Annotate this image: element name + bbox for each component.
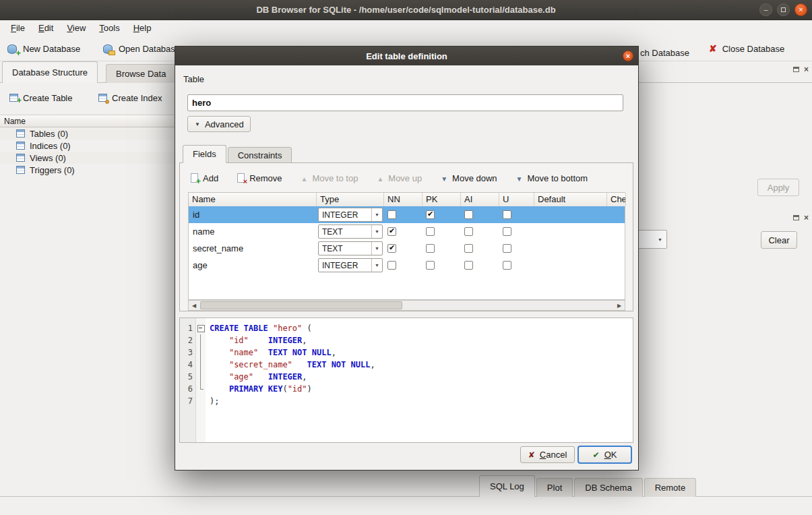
dock-close-icon[interactable]: × — [804, 65, 809, 73]
check-cell[interactable] — [607, 240, 626, 257]
u-checkbox[interactable] — [503, 261, 511, 270]
menu-edit[interactable]: Edit — [32, 21, 60, 35]
sql-line: "age" INTEGER, — [210, 371, 633, 383]
ai-checkbox[interactable] — [464, 227, 473, 236]
menu-view[interactable]: View — [60, 21, 92, 35]
menu-file[interactable]: File — [4, 21, 32, 35]
tree-item-label: Indices (0) — [30, 141, 71, 151]
apply-button[interactable]: Apply — [757, 179, 799, 196]
column-header-name[interactable]: Name — [189, 193, 317, 206]
ai-checkbox[interactable] — [464, 244, 473, 253]
pk-checkbox[interactable] — [426, 244, 435, 253]
u-checkbox[interactable] — [503, 227, 511, 236]
tab-db-schema[interactable]: DB Schema — [574, 478, 642, 497]
dialog-close-button[interactable]: × — [623, 51, 633, 61]
tab-plot[interactable]: Plot — [536, 478, 573, 497]
cancel-label: Cancel — [540, 450, 567, 460]
pk-checkbox[interactable] — [426, 227, 435, 236]
move-down-button[interactable]: Move down — [441, 173, 497, 183]
column-header-default[interactable]: Default — [534, 193, 607, 206]
nn-checkbox[interactable] — [387, 227, 396, 236]
cancel-button[interactable]: ✘ Cancel — [520, 446, 575, 463]
type-combo[interactable]: INTEGER▼ — [318, 258, 383, 272]
type-combo[interactable]: TEXT▼ — [318, 241, 383, 255]
column-header-nn[interactable]: NN — [384, 193, 423, 206]
ai-checkbox[interactable] — [464, 210, 473, 219]
field-name-cell[interactable]: secret_name — [189, 240, 317, 257]
sql-token: TEXT NOT NULL — [307, 360, 371, 369]
pk-checkbox[interactable] — [426, 261, 435, 270]
check-cell[interactable] — [607, 206, 626, 223]
field-row-secret-name[interactable]: secret_nameTEXT▼ — [189, 240, 625, 257]
add-button[interactable]: Add — [191, 173, 218, 183]
tree-item-views[interactable]: Views (0) — [0, 152, 175, 164]
field-row-name[interactable]: nameTEXT▼ — [189, 223, 625, 240]
check-cell[interactable] — [607, 223, 626, 240]
menu-help[interactable]: Help — [127, 21, 158, 35]
tree-column-header-name[interactable]: Name — [0, 115, 175, 127]
tab-remote[interactable]: Remote — [644, 478, 697, 497]
edit-cell-mode-combo[interactable]: ▼ — [636, 230, 667, 249]
check-cell[interactable] — [607, 257, 626, 274]
u-checkbox[interactable] — [503, 244, 511, 253]
column-header-ai[interactable]: AI — [461, 193, 499, 206]
maximize-button[interactable] — [777, 3, 790, 16]
type-combo[interactable]: TEXT▼ — [318, 224, 383, 239]
scroll-left-icon[interactable]: ◀ — [189, 301, 199, 310]
remove-button[interactable]: Remove — [237, 173, 282, 183]
new-database-button[interactable]: New Database — [7, 39, 80, 58]
field-name-cell[interactable]: age — [189, 257, 317, 274]
tab-sql-log[interactable]: SQL Log — [479, 475, 535, 497]
ai-checkbox[interactable] — [464, 261, 473, 270]
create-index-button[interactable]: Create Index — [98, 89, 162, 107]
tab-constraints[interactable]: Constraints — [228, 147, 292, 163]
field-row-id[interactable]: idINTEGER▼ — [189, 206, 625, 223]
nn-checkbox[interactable] — [387, 244, 396, 253]
move-to-bottom-button[interactable]: Move to bottom — [516, 173, 588, 183]
clear-button[interactable]: Clear — [761, 231, 797, 249]
menu-tools[interactable]: Tools — [92, 21, 126, 35]
column-header-u[interactable]: U — [499, 193, 534, 206]
default-cell[interactable] — [534, 240, 607, 257]
column-header-che[interactable]: Che — [607, 193, 626, 206]
nn-checkbox[interactable] — [387, 261, 396, 270]
sql-line-number: 7 — [180, 395, 195, 407]
dock-float-icon[interactable] — [793, 215, 799, 220]
nn-checkbox[interactable] — [387, 210, 396, 219]
field-name-cell[interactable]: id — [189, 206, 317, 223]
default-cell[interactable] — [534, 223, 607, 240]
dialog-titlebar[interactable]: Edit table definition × — [175, 47, 638, 65]
default-cell[interactable] — [534, 206, 607, 223]
attach-database-button[interactable]: ch Database — [640, 43, 689, 62]
grid-horizontal-scrollbar[interactable]: ◀ ▶ — [188, 300, 625, 311]
scrollbar-thumb[interactable] — [200, 301, 402, 309]
scroll-right-icon[interactable]: ▶ — [614, 301, 625, 310]
ok-button[interactable]: ✔ OK — [577, 446, 632, 464]
close-database-button[interactable]: ✘ Close Database — [709, 39, 784, 58]
column-header-pk[interactable]: PK — [423, 193, 461, 206]
field-row-age[interactable]: ageINTEGER▼ — [189, 257, 625, 274]
default-cell[interactable] — [534, 257, 607, 274]
fold-marker-icon[interactable] — [196, 322, 206, 334]
tree-item-indices[interactable]: Indices (0) — [0, 140, 175, 152]
dock-close-icon[interactable]: × — [804, 214, 809, 222]
create-table-button[interactable]: + Create Table — [9, 89, 72, 107]
type-combo[interactable]: INTEGER▼ — [318, 208, 383, 222]
dock-float-icon[interactable] — [793, 67, 799, 72]
tree-item-triggers[interactable]: Triggers (0) — [0, 164, 175, 176]
minimize-button[interactable]: – — [759, 3, 772, 16]
tab-database-structure[interactable]: Database Structure — [2, 61, 98, 83]
field-name-cell[interactable]: name — [189, 223, 317, 240]
table-name-input[interactable] — [187, 94, 623, 111]
advanced-toggle-button[interactable]: ▼ Advanced — [187, 116, 251, 132]
column-header-type[interactable]: Type — [317, 193, 384, 206]
sql-preview[interactable]: 1234567 CREATE TABLE "hero" ( "id" INTEG… — [179, 317, 633, 443]
tab-fields[interactable]: Fields — [183, 145, 226, 163]
close-button[interactable]: × — [794, 3, 807, 16]
tab-browse-data[interactable]: Browse Data — [106, 64, 176, 83]
sql-token — [292, 360, 307, 369]
pk-checkbox[interactable] — [426, 210, 435, 219]
open-database-button[interactable]: Open Database — [102, 39, 180, 58]
u-checkbox[interactable] — [503, 210, 511, 219]
tree-item-tables[interactable]: Tables (0) — [0, 127, 175, 140]
